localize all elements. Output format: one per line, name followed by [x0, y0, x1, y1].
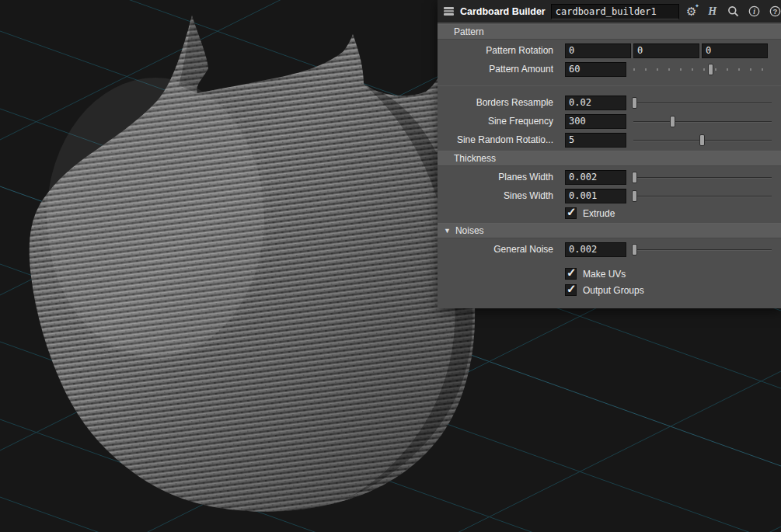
sine-frequency-field[interactable] — [565, 114, 626, 129]
param-label: General Noise — [438, 244, 553, 255]
section-header-pattern[interactable]: Pattern — [438, 24, 781, 40]
slider-handle[interactable] — [632, 244, 637, 256]
slider-handle[interactable] — [632, 190, 637, 202]
slider-handle[interactable] — [708, 64, 713, 75]
svg-text:i: i — [753, 8, 755, 16]
param-label: Planes Width — [438, 172, 553, 183]
param-row-pattern-rotation: Pattern Rotation — [438, 41, 781, 60]
info-icon[interactable]: i — [748, 5, 762, 19]
slider-handle[interactable] — [670, 116, 675, 127]
houdini-icon[interactable]: H — [706, 5, 720, 19]
pattern-amount-field[interactable] — [565, 62, 626, 77]
param-row-sines-width: Sines Width — [438, 186, 781, 205]
model-highlight — [47, 78, 264, 357]
sine-random-rotation-field[interactable] — [565, 133, 626, 148]
panel-title: Cardboard Builder — [460, 6, 546, 17]
panel-titlebar: Cardboard Builder ⚙ ✦ H — [438, 0, 781, 23]
param-label: Sine Frequency — [438, 116, 553, 127]
param-row-sine-frequency: Sine Frequency — [438, 112, 781, 130]
param-row-extrude: Extrude — [438, 205, 781, 221]
sine-random-rotation-slider[interactable] — [632, 133, 773, 148]
slider-handle[interactable] — [632, 97, 637, 109]
borders-resample-field[interactable] — [565, 96, 626, 110]
param-row-general-noise: General Noise — [438, 240, 781, 259]
param-label: Pattern Rotation — [438, 45, 553, 56]
make-uvs-checkbox[interactable] — [565, 268, 577, 280]
sines-width-slider[interactable] — [632, 189, 773, 203]
pattern-rotation-y-field[interactable] — [633, 43, 699, 58]
pattern-amount-slider[interactable] — [632, 62, 773, 77]
titlebar-icons: ⚙ ✦ H i — [685, 5, 781, 19]
param-label: Sine Random Rotatio... — [438, 134, 553, 145]
output-groups-checkbox[interactable] — [565, 284, 577, 296]
section-header-noises[interactable]: ▼ Noises — [438, 223, 781, 238]
param-row-make-uvs: Make UVs — [438, 266, 781, 282]
node-name-input[interactable] — [551, 4, 679, 19]
param-row-pattern-amount: Pattern Amount — [438, 60, 781, 78]
houdini-3d-viewport[interactable]: Cardboard Builder ⚙ ✦ H — [0, 0, 781, 532]
output-groups-label: Output Groups — [583, 285, 644, 296]
planes-width-slider[interactable] — [632, 170, 773, 185]
slider-handle[interactable] — [632, 172, 637, 183]
planes-width-field[interactable] — [565, 170, 626, 185]
gear-spark-icon: ✦ — [695, 3, 699, 9]
extrude-checkbox[interactable] — [565, 207, 577, 219]
slider-handle[interactable] — [699, 134, 705, 146]
param-label: Pattern Amount — [438, 64, 553, 75]
pattern-rotation-z-field[interactable] — [702, 43, 768, 58]
cardboard-builder-icon — [443, 5, 455, 19]
general-noise-field[interactable] — [565, 242, 626, 257]
pattern-rotation-x-field[interactable] — [565, 43, 631, 58]
make-uvs-label: Make UVs — [583, 269, 626, 280]
param-row-planes-width: Planes Width — [438, 168, 781, 186]
sines-width-field[interactable] — [565, 189, 626, 203]
section-header-thickness[interactable]: Thickness — [438, 151, 781, 166]
param-row-borders-resample: Borders Resample — [438, 93, 781, 112]
collapse-triangle-icon[interactable]: ▼ — [444, 227, 451, 235]
parameter-panel: Cardboard Builder ⚙ ✦ H — [438, 0, 781, 308]
help-icon[interactable]: ? — [769, 5, 781, 19]
general-noise-slider[interactable] — [632, 242, 773, 257]
param-label: Borders Resample — [438, 97, 553, 108]
svg-text:?: ? — [773, 7, 778, 16]
extrude-label: Extrude — [583, 208, 615, 219]
search-icon[interactable] — [727, 5, 741, 19]
param-row-sine-random-rotation: Sine Random Rotatio... — [438, 130, 781, 149]
gear-icon[interactable]: ⚙ ✦ — [685, 5, 699, 19]
param-label: Sines Width — [438, 190, 553, 201]
borders-resample-slider[interactable] — [632, 96, 773, 110]
sine-frequency-slider[interactable] — [632, 114, 773, 129]
param-row-output-groups: Output Groups — [438, 282, 781, 298]
